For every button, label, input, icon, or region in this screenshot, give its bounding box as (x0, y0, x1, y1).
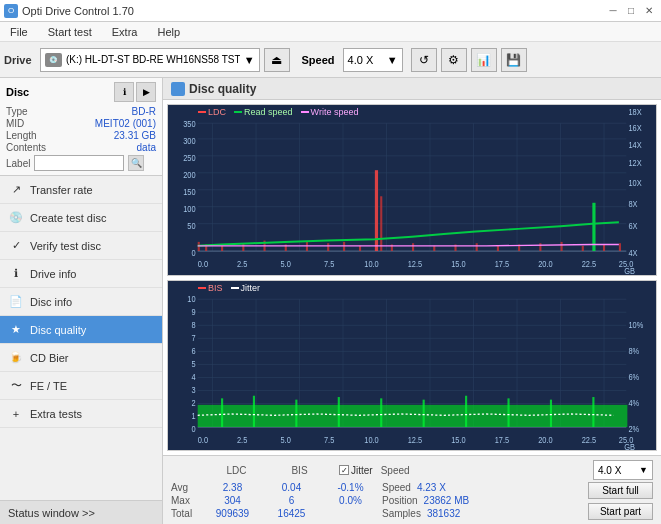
speed-avg-label: Speed (382, 482, 411, 493)
svg-text:7.5: 7.5 (324, 258, 335, 269)
sidebar-item-drive-info[interactable]: ℹ Drive info (0, 260, 162, 288)
svg-text:8: 8 (191, 319, 195, 330)
sidebar-item-disc-info[interactable]: 📄 Disc info (0, 288, 162, 316)
bottom-stats-panel: LDC BIS ✓ Jitter Speed 4.0 X ▼ Avg Max (163, 455, 661, 524)
svg-text:20.0: 20.0 (538, 433, 553, 444)
app-icon: O (4, 4, 18, 18)
maximize-button[interactable]: □ (623, 3, 639, 19)
extra-tests-icon: + (8, 406, 24, 422)
sidebar-item-cd-bier[interactable]: 🍺 CD Bier (0, 344, 162, 372)
stats-speed-header: Speed (381, 465, 431, 476)
sidebar-label-create-test-disc: Create test disc (30, 212, 106, 224)
svg-rect-126 (380, 398, 382, 427)
start-part-button[interactable]: Start part (588, 503, 653, 520)
svg-text:12.5: 12.5 (408, 433, 423, 444)
svg-text:10%: 10% (628, 319, 643, 330)
label-icon[interactable]: 🔍 (128, 155, 144, 171)
mid-value: MEIT02 (001) (95, 118, 156, 129)
sidebar-label-fe-te: FE / TE (30, 380, 67, 392)
legend-ldc-label: LDC (208, 107, 226, 117)
avg-label: Avg (171, 482, 201, 493)
svg-text:10.0: 10.0 (364, 258, 379, 269)
svg-rect-67 (539, 243, 541, 251)
svg-text:2%: 2% (628, 423, 639, 434)
sidebar: Disc ℹ ▶ Type BD-R MID MEIT02 (001) Leng… (0, 78, 163, 524)
svg-rect-125 (338, 397, 340, 427)
speed-label: Speed (302, 54, 335, 66)
stats-ldc-header: LDC (209, 465, 264, 476)
jitter-checkbox-area[interactable]: ✓ Jitter (339, 465, 373, 476)
type-label: Type (6, 106, 28, 117)
ldc-max: 304 (205, 495, 260, 506)
sidebar-item-transfer-rate[interactable]: ↗ Transfer rate (0, 176, 162, 204)
svg-rect-129 (507, 398, 509, 427)
chart-bis-svg: 0 1 2 3 4 5 6 7 8 9 10 2% 4% 6% 8% 10% (168, 281, 656, 451)
minimize-button[interactable]: ─ (605, 3, 621, 19)
disc-quality-header: Disc quality (163, 78, 661, 100)
graph-button[interactable]: 📊 (471, 48, 497, 72)
close-button[interactable]: ✕ (641, 3, 657, 19)
contents-value: data (137, 142, 156, 153)
svg-text:0.0: 0.0 (198, 258, 209, 269)
sidebar-item-fe-te[interactable]: 〜 FE / TE (0, 372, 162, 400)
svg-text:10: 10 (187, 293, 196, 304)
svg-rect-63 (476, 243, 478, 251)
status-window-button[interactable]: Status window >> (0, 500, 162, 524)
jitter-checkbox[interactable]: ✓ (339, 465, 349, 475)
svg-rect-121 (198, 404, 628, 426)
svg-text:6X: 6X (628, 220, 637, 231)
legend-write-speed-label: Write speed (311, 107, 359, 117)
svg-text:250: 250 (183, 152, 196, 163)
svg-rect-124 (295, 399, 297, 426)
title-bar: O Opti Drive Control 1.70 ─ □ ✕ (0, 0, 661, 22)
refresh-button[interactable]: ↺ (411, 48, 437, 72)
svg-text:350: 350 (183, 118, 196, 129)
menu-start-test[interactable]: Start test (42, 24, 98, 40)
svg-text:4X: 4X (628, 247, 637, 258)
svg-rect-58 (359, 246, 361, 251)
speed-select[interactable]: 4.0 X ▼ (343, 48, 403, 72)
title-bar-controls: ─ □ ✕ (605, 3, 657, 19)
sidebar-item-disc-quality[interactable]: ★ Disc quality (0, 316, 162, 344)
ldc-total: 909639 (205, 508, 260, 519)
jitter-vals-col: -0.1% 0.0% (323, 482, 378, 520)
app-title: Opti Drive Control 1.70 (22, 5, 134, 17)
save-button[interactable]: 💾 (501, 48, 527, 72)
drive-info-icon: ℹ (8, 266, 24, 282)
menu-help[interactable]: Help (151, 24, 186, 40)
menu-file[interactable]: File (4, 24, 34, 40)
svg-rect-122 (221, 398, 223, 427)
svg-rect-56 (327, 243, 329, 251)
stats-data-area: Avg Max Total 2.38 304 909639 0.04 6 164… (171, 482, 653, 520)
disc-load-icon[interactable]: ▶ (136, 82, 156, 102)
write-speed-dot (301, 111, 309, 113)
svg-text:15.0: 15.0 (451, 433, 466, 444)
disc-info-icon[interactable]: ℹ (114, 82, 134, 102)
sidebar-item-verify-test-disc[interactable]: ✓ Verify test disc (0, 232, 162, 260)
stats-bis-header: BIS (272, 465, 327, 476)
svg-text:6: 6 (191, 345, 195, 356)
ldc-vals-col: 2.38 304 909639 (205, 482, 260, 520)
position-label: Position (382, 495, 418, 506)
menu-extra[interactable]: Extra (106, 24, 144, 40)
jitter-dot (231, 287, 239, 289)
legend-bis-label: BIS (208, 283, 223, 293)
transfer-rate-icon: ↗ (8, 182, 24, 198)
sidebar-item-create-test-disc[interactable]: 💿 Create test disc (0, 204, 162, 232)
eject-button[interactable]: ⏏ (264, 48, 290, 72)
disc-type-row: Type BD-R (6, 106, 156, 117)
samples-label: Samples (382, 508, 421, 519)
speed-avg-val: 4.23 X (417, 482, 446, 493)
svg-text:8%: 8% (628, 345, 639, 356)
legend-jitter: Jitter (231, 283, 261, 293)
length-label: Length (6, 130, 37, 141)
disc-length-row: Length 23.31 GB (6, 130, 156, 141)
length-value: 23.31 GB (114, 130, 156, 141)
settings-button[interactable]: ⚙ (441, 48, 467, 72)
legend-read-speed: Read speed (234, 107, 293, 117)
label-input[interactable] (34, 155, 124, 171)
speed-selector[interactable]: 4.0 X ▼ (593, 460, 653, 480)
drive-select[interactable]: 💿 (K:) HL-DT-ST BD-RE WH16NS58 TST4 ▼ (40, 48, 260, 72)
start-full-button[interactable]: Start full (588, 482, 653, 499)
sidebar-item-extra-tests[interactable]: + Extra tests (0, 400, 162, 428)
